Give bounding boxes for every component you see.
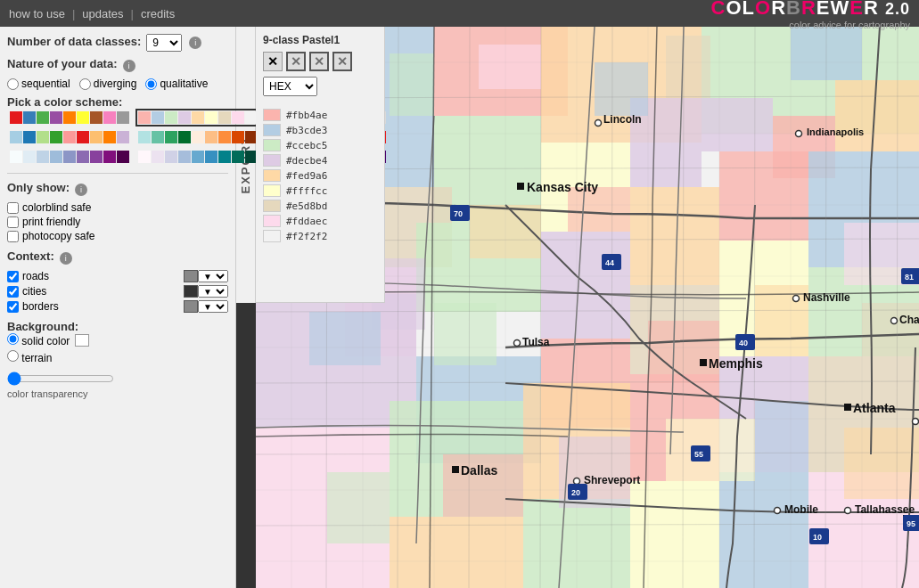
svg-text:Dallas: Dallas [461,463,497,478]
svg-rect-102 [700,359,707,366]
color-value-5[interactable]: #ffffcc [286,185,327,197]
format-select[interactable]: HEX RGB CMYK [263,77,317,96]
diverging-radio[interactable] [79,78,91,90]
context-info-icon[interactable]: i [60,252,72,265]
color-scheme-section: Pick a color scheme: [7,95,228,166]
cities-checkbox[interactable] [7,286,19,298]
terrain-label[interactable]: terrain [7,350,52,364]
color-item-4: #fed9a6 [263,169,377,182]
color-item-5: #ffffcc [263,184,377,197]
color-value-6[interactable]: #e5d8bd [286,200,327,212]
swatch-greens[interactable] [135,128,260,146]
diverging-radio-label[interactable]: diverging [79,78,137,90]
print-row: print friendly [7,216,228,228]
svg-rect-45 [309,312,381,365]
borders-dropdown[interactable]: ▼ [198,300,228,313]
cities-dropdown[interactable]: ▼ [198,285,228,298]
svg-point-92 [796,131,802,137]
toggle-btn-0[interactable]: ✕ [263,52,283,71]
photocopy-checkbox[interactable] [7,231,19,242]
color-swatch-5 [263,184,281,197]
scheme-row-2 [7,148,228,166]
sequential-label: sequential [21,78,70,90]
color-value-0[interactable]: #fbb4ae [286,110,327,121]
scheme-panel: 9-class Pastel1 ✕ ✕ ✕ ✕ HEX RGB CMYK #fb… [256,27,385,303]
svg-rect-48 [755,285,808,356]
solid-color-radio[interactable] [7,333,19,345]
svg-text:Lincoln: Lincoln [603,113,642,126]
swatch-pastel1[interactable] [135,109,260,127]
context-label: Context: [7,249,54,263]
svg-rect-41 [666,36,710,98]
svg-point-96 [514,340,521,347]
num-classes-label: Number of data classes: [7,35,141,48]
toggle-btn-2[interactable]: ✕ [309,52,329,71]
color-swatch-3 [263,154,281,167]
color-swatch-0 [263,109,281,121]
color-value-7[interactable]: #fddaec [286,216,327,227]
print-checkbox[interactable] [7,216,19,228]
svg-text:Tallahassee: Tallahassee [855,503,915,516]
borders-checkbox[interactable] [7,301,19,313]
sequential-radio[interactable] [7,78,19,90]
transparency-slider[interactable] [7,372,114,386]
svg-text:Memphis: Memphis [709,356,763,371]
color-value-4[interactable]: #fed9a6 [286,170,327,182]
toggle-btn-3[interactable]: ✕ [332,52,352,71]
svg-rect-16 [541,232,630,339]
brand-white: O [726,0,742,19]
svg-rect-39 [479,45,541,89]
cities-row: cities ▼ [7,285,228,298]
roads-dropdown[interactable]: ▼ [198,270,228,282]
qualitative-radio[interactable] [145,78,157,90]
toggle-btn-1[interactable]: ✕ [286,52,306,71]
nature-info-icon[interactable]: i [123,60,135,72]
svg-point-98 [793,296,800,302]
svg-text:10: 10 [813,533,822,542]
color-scheme-grid [7,109,228,166]
swatch-paired[interactable] [7,128,132,146]
num-classes-info-icon[interactable]: i [189,37,201,49]
svg-text:55: 55 [694,450,703,459]
colorblind-checkbox[interactable] [7,202,19,214]
nav-how-to-use[interactable]: how to use [9,7,65,20]
num-classes-select[interactable]: 3456 789101112 [146,34,182,52]
scheme-name: 9-class Pastel1 [263,34,377,46]
svg-text:44: 44 [605,258,614,267]
nav-sep-1: | [72,7,75,20]
svg-text:20: 20 [571,488,580,497]
nav-updates[interactable]: updates [82,7,123,20]
nav-credits[interactable]: credits [141,7,175,20]
sequential-radio-label[interactable]: sequential [7,78,70,90]
svg-rect-46 [434,303,496,365]
swatch-set1[interactable] [7,109,132,127]
transparency-label: color transparency [7,388,228,399]
terrain-radio[interactable] [7,350,19,362]
svg-point-90 [595,120,602,127]
color-value-2[interactable]: #ccebc5 [286,140,327,151]
borders-row: borders ▼ [7,300,228,313]
solid-color-label[interactable]: solid color [7,333,70,347]
svg-rect-47 [648,321,719,383]
color-value-8[interactable]: #f2f2f2 [286,231,327,242]
svg-rect-5 [702,98,773,151]
scheme-row-0 [7,109,228,127]
svg-rect-36 [390,517,523,588]
terrain-row: terrain [7,350,228,364]
svg-rect-106 [452,466,459,473]
svg-text:Tulsa: Tulsa [522,336,550,348]
filter-info-icon[interactable]: i [75,184,87,196]
color-value-1[interactable]: #b3cde3 [286,125,327,136]
svg-text:Charlotte: Charlotte [899,314,919,326]
color-value-3[interactable]: #decbe4 [286,155,327,167]
left-panel: Number of data classes: 3456 789101112 i… [0,27,236,588]
qualitative-radio-label[interactable]: qualitative [145,78,208,90]
swatch-blues[interactable] [135,148,260,166]
color-swatch-1 [263,124,281,136]
roads-checkbox[interactable] [7,271,19,282]
bg-color-swatch[interactable] [75,334,89,347]
solid-color-text: solid color [21,335,70,347]
swatch-purples[interactable] [7,148,132,166]
svg-rect-55 [327,472,390,543]
nav-links: how to use | updates | credits [9,7,175,20]
